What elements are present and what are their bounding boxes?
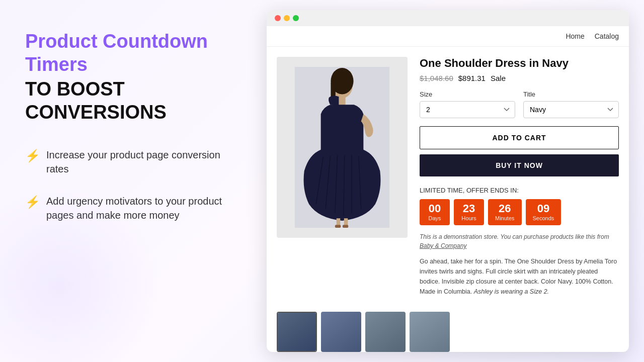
price-original: $1,048.60	[420, 74, 453, 82]
thumbnail-4[interactable]	[410, 312, 450, 352]
nav-link-catalog[interactable]: Catalog	[595, 32, 619, 40]
timer-days: 00 Days	[420, 199, 450, 225]
timer-seconds-label: Seconds	[533, 215, 554, 221]
buy-now-button[interactable]: BUY IT NOW	[420, 154, 619, 176]
right-panel: Home Catalog	[262, 0, 644, 362]
price-sale-badge: Sale	[491, 74, 506, 82]
timer-hours-label: Hours	[461, 215, 477, 221]
lightning-icon-2: ⚡	[25, 195, 40, 209]
headline-purple: Product Countdown Timers	[25, 30, 236, 76]
nav-link-home[interactable]: Home	[566, 32, 584, 40]
store-nav: Home Catalog	[267, 26, 629, 47]
thumbnail-3[interactable]	[365, 312, 406, 352]
product-title: One Shoulder Dress in Navy	[420, 57, 619, 70]
svg-rect-14	[343, 225, 348, 228]
countdown-timers: 00 Days 23 Hours 26 Minutes	[420, 199, 619, 225]
product-description: Go ahead, take her for a spin. The One S…	[420, 256, 619, 297]
browser-chrome	[267, 10, 629, 26]
svg-rect-4	[339, 96, 345, 106]
product-section: One Shoulder Dress in Navy $1,048.60 $89…	[267, 47, 629, 307]
timer-minutes-label: Minutes	[495, 215, 515, 221]
browser-dot-red[interactable]	[275, 15, 281, 21]
demo-text: This is a demonstration store. You can p…	[420, 233, 609, 240]
feature-item-1: ⚡ Increase your product page conversion …	[25, 148, 236, 176]
dress-image-svg	[292, 67, 392, 228]
browser-window: Home Catalog	[267, 10, 629, 352]
options-row: Size 2 4 6 8 10 Title	[420, 90, 619, 118]
feature-text-2: Add urgency motivators to your product p…	[46, 194, 236, 222]
product-image-main	[277, 57, 408, 238]
headline-black: TO BOOST CONVERSIONS	[25, 78, 236, 124]
size-label: Size	[420, 90, 515, 98]
feature-item-2: ⚡ Add urgency motivators to your product…	[25, 194, 236, 222]
thumbnail-2[interactable]	[321, 312, 361, 352]
timer-hours: 23 Hours	[454, 199, 484, 225]
timer-hours-number: 23	[461, 203, 477, 214]
description-italic: Ashley is wearing a Size 2.	[474, 288, 549, 295]
thumbnail-1[interactable]	[277, 312, 317, 352]
add-to-cart-button[interactable]: ADD TO CART	[420, 126, 619, 149]
demo-link[interactable]: Baby & Company	[420, 242, 466, 249]
timer-minutes-number: 26	[495, 203, 515, 214]
title-label: Title	[523, 90, 619, 98]
option-group-title: Title Navy Black White	[523, 90, 619, 118]
lightning-icon-1: ⚡	[25, 149, 40, 163]
demo-notice: This is a demonstration store. You can p…	[420, 232, 619, 250]
countdown-label: LIMITED TIME, OFFER ENDS IN:	[420, 187, 619, 194]
timer-days-number: 00	[427, 203, 443, 214]
price-row: $1,048.60 $891.31 Sale	[420, 74, 619, 82]
left-panel: Product Countdown Timers TO BOOST CONVER…	[0, 0, 262, 362]
product-info: One Shoulder Dress in Navy $1,048.60 $89…	[420, 57, 619, 297]
timer-minutes: 26 Minutes	[488, 199, 522, 225]
price-sale: $891.31	[458, 74, 486, 82]
browser-dot-green[interactable]	[293, 15, 299, 21]
size-select[interactable]: 2 4 6 8 10	[420, 101, 515, 118]
title-select[interactable]: Navy Black White	[523, 101, 619, 118]
browser-content: Home Catalog	[267, 26, 629, 352]
timer-seconds-number: 09	[533, 203, 554, 214]
browser-dot-yellow[interactable]	[284, 15, 290, 21]
timer-days-label: Days	[427, 215, 443, 221]
option-group-size: Size 2 4 6 8 10	[420, 90, 515, 118]
feature-text-1: Increase your product page conversion ra…	[46, 148, 236, 176]
svg-rect-13	[335, 225, 341, 228]
timer-seconds: 09 Seconds	[526, 199, 561, 225]
countdown-section: LIMITED TIME, OFFER ENDS IN: 00 Days 23 …	[420, 187, 619, 297]
thumbnails-row	[267, 307, 629, 352]
